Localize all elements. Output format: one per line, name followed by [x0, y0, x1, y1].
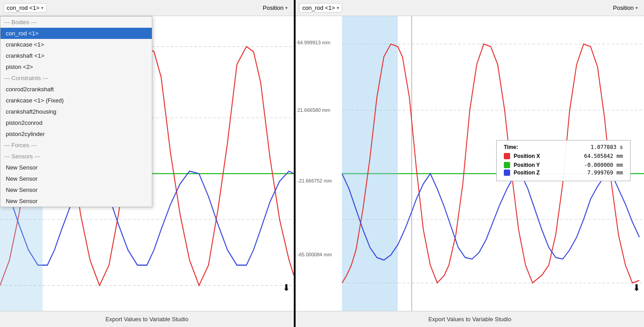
right-panel: con_rod <1> ▾ Position ▾ 64.999913 mm 21…	[296, 0, 644, 327]
left-download-button[interactable]: ⬇	[283, 282, 290, 293]
left-body-selector-arrow: ▾	[41, 5, 43, 10]
y-label-1: 64.999913 mm	[297, 40, 330, 45]
right-body-selector[interactable]: con_rod <1> ▾	[299, 3, 342, 13]
right-chart-svg	[296, 16, 644, 311]
right-panel-header: con_rod <1> ▾ Position ▾	[296, 0, 644, 16]
right-body-selector-label: con_rod <1>	[302, 4, 335, 11]
menu-item-new_sensor_1[interactable]: New Sensor	[0, 162, 152, 173]
menu-item-bodies-sep: --- Bodies ---	[0, 17, 152, 28]
right-export-bar[interactable]: Export Values to Variable Studio	[296, 311, 644, 327]
menu-item-constraints-sep: --- Constraints ---	[0, 72, 152, 84]
menu-item-conrod2crankshaft[interactable]: conrod2crankshaft	[0, 84, 152, 95]
right-position-arrow: ▾	[635, 5, 638, 10]
menu-item-crankshaft2housing[interactable]: crankshaft2housing	[0, 106, 152, 117]
menu-item-con_rod[interactable]: con_rod <1>	[0, 28, 152, 39]
right-position-selector[interactable]: Position ▾	[610, 4, 640, 12]
left-panel-header: con_rod <1> ▾ Position ▾	[0, 0, 294, 16]
left-body-selector[interactable]: con_rod <1> ▾	[4, 3, 47, 13]
menu-item-piston[interactable]: piston <2>	[0, 61, 152, 72]
left-body-selector-label: con_rod <1>	[7, 4, 39, 11]
left-panel: con_rod <1> ▾ Position ▾ --- Bodies ---c…	[0, 0, 296, 327]
left-position-label: Position	[263, 4, 283, 11]
right-position-label: Position	[613, 4, 634, 11]
menu-item-piston2conrod[interactable]: piston2conrod	[0, 117, 152, 128]
menu-item-crankcase[interactable]: crankcase <1>	[0, 39, 152, 50]
y-label-2: 21.666580 mm	[297, 107, 330, 113]
menu-item-new_sensor_4[interactable]: New Sensor	[0, 195, 152, 207]
menu-item-crankcase_fixed[interactable]: crankcase <1> (Fixed)	[0, 95, 152, 106]
menu-item-forces-sep: --- Forces ---	[0, 140, 152, 151]
right-download-button[interactable]: ⬇	[633, 282, 640, 293]
menu-item-crankshaft[interactable]: crankshaft <1>	[0, 50, 152, 61]
menu-item-new_sensor_2[interactable]: New Sensor	[0, 173, 152, 184]
left-dropdown-menu: --- Bodies ---con_rod <1>crankcase <1>cr…	[0, 16, 152, 207]
menu-item-piston2cylinder[interactable]: piston2cylinder	[0, 128, 152, 140]
left-position-selector[interactable]: Position ▾	[260, 4, 290, 12]
left-export-bar[interactable]: Export Values to Variable Studio	[0, 311, 294, 327]
menu-item-sensors-sep: --- Sensors ---	[0, 151, 152, 162]
right-body-selector-arrow: ▾	[337, 5, 339, 10]
y-label-3: -21.666752 mm	[297, 178, 332, 183]
right-chart-area: 64.999913 mm 21.666580 mm -21.666752 mm …	[296, 16, 644, 311]
left-position-arrow: ▾	[285, 5, 288, 10]
menu-item-new_sensor_3[interactable]: New Sensor	[0, 184, 152, 195]
y-label-4: -65.000084 mm	[297, 252, 332, 257]
